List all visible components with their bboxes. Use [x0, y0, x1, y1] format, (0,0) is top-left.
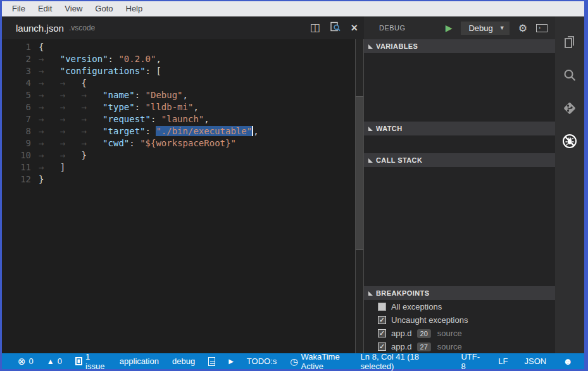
code-line: 10→→}: [2, 149, 355, 161]
debug-console-icon[interactable]: ›: [536, 24, 547, 32]
activity-git-icon[interactable]: [561, 100, 578, 116]
line-number[interactable]: 3: [2, 65, 31, 77]
code-token: "configurations": [60, 66, 146, 76]
line-content: →→{: [31, 77, 87, 89]
activity-files-icon[interactable]: [561, 34, 578, 51]
collapse-arrow-icon: [368, 44, 373, 49]
status-item[interactable]: [204, 353, 220, 369]
status-item-lf[interactable]: LF: [493, 353, 513, 369]
section-header-watch[interactable]: WATCH: [364, 122, 555, 135]
line-number[interactable]: 8: [2, 125, 31, 137]
editor-scrollbar[interactable]: [355, 39, 364, 353]
line-content: →→→"type": "lldb-mi",: [31, 101, 199, 113]
debug-config-dropdown[interactable]: Debug ▼: [461, 22, 509, 35]
tab-whitespace-icon: →: [81, 137, 103, 149]
status-item-utf-8[interactable]: UTF-8: [456, 353, 487, 369]
editor-actions: ◫ ×: [310, 22, 358, 34]
status-text: 1 issue: [85, 352, 106, 371]
line-number[interactable]: 1: [2, 41, 31, 53]
status-text: 0: [29, 356, 34, 366]
line-content: →→→"cwd": "${workspaceRoot}": [31, 137, 236, 149]
activity-debug-icon[interactable]: [561, 133, 578, 149]
line-number-badge: 20: [417, 329, 431, 338]
code-token: {: [81, 78, 86, 88]
status-item-0[interactable]: ⊗0: [13, 353, 38, 369]
line-number[interactable]: 9: [2, 137, 31, 149]
breakpoint-row[interactable]: All exceptions: [364, 300, 555, 313]
breakpoint-row[interactable]: ✓Uncaught exceptions: [364, 313, 555, 327]
code-line: 4→→{: [2, 77, 355, 89]
line-number[interactable]: 10: [2, 149, 31, 161]
breakpoint-checkbox[interactable]: ✓: [378, 329, 386, 337]
preview-icon[interactable]: [330, 22, 341, 34]
status-item-json[interactable]: JSON: [520, 353, 552, 369]
line-number[interactable]: 12: [2, 173, 31, 186]
activity-bar: [555, 16, 584, 353]
line-number[interactable]: 2: [2, 53, 31, 65]
status-text: TODO:s: [247, 356, 277, 366]
status-item-ln-8-col-41-18-selected[interactable]: Ln 8, Col 41 (18 selected): [356, 353, 450, 369]
line-number[interactable]: 7: [2, 113, 31, 125]
line-number[interactable]: 6: [2, 101, 31, 113]
line-content: →→→"request": "launch",: [31, 113, 210, 125]
tab-whitespace-icon: →: [81, 113, 103, 125]
code-token: ,: [193, 102, 198, 112]
menu-item-goto[interactable]: Goto: [89, 1, 119, 16]
play-icon: ▶: [228, 358, 234, 365]
line-content: →→→"target": "./bin/executable",: [31, 125, 259, 137]
start-debug-icon[interactable]: ▶: [446, 23, 453, 32]
breakpoint-label: All exceptions: [391, 302, 442, 311]
code-token: :: [146, 126, 156, 136]
status-bar: ⊗0▲01 issueapplicationdebug▶TODO:s◷WakaT…: [2, 353, 584, 369]
code-token: "Debug": [146, 90, 183, 100]
tab-filename[interactable]: launch.json: [16, 23, 64, 34]
gear-icon[interactable]: ⚙: [518, 22, 527, 34]
status-item-application[interactable]: application: [115, 353, 163, 369]
status-item-1-issue[interactable]: 1 issue: [71, 353, 111, 369]
tab-whitespace-icon: →: [60, 149, 82, 161]
menu-item-file[interactable]: File: [6, 1, 32, 16]
tab-whitespace-icon: →: [60, 113, 82, 125]
menu-item-edit[interactable]: Edit: [32, 1, 58, 16]
line-number[interactable]: 4: [2, 77, 31, 89]
close-icon[interactable]: ×: [351, 23, 358, 33]
status-item[interactable]: ▶: [224, 353, 238, 369]
code-token: ,: [183, 90, 188, 100]
scrollbar-thumb[interactable]: [356, 96, 363, 250]
status-item-todo-s[interactable]: TODO:s: [242, 353, 281, 369]
breakpoint-checkbox[interactable]: ✓: [378, 343, 386, 351]
tab-folder-path: .vscode: [69, 23, 95, 32]
status-text: debug: [172, 356, 195, 366]
code-line: 3→"configurations": [: [2, 65, 355, 77]
editor-title-bar: launch.json .vscode ◫ ×: [2, 16, 364, 39]
breakpoint-label: Uncaught exceptions: [391, 315, 468, 325]
status-item-debug[interactable]: debug: [168, 353, 199, 369]
code-token: "lldb-mi": [146, 102, 194, 112]
status-item[interactable]: ☻: [558, 353, 578, 369]
tab-whitespace-icon: →: [39, 137, 60, 149]
line-content: }: [31, 173, 44, 186]
code-line: 12}: [2, 173, 355, 186]
collapse-arrow-icon: [368, 291, 373, 296]
tab-whitespace-icon: →: [60, 89, 82, 101]
code-line: 11→]: [2, 161, 355, 173]
section-label: VARIABLES: [376, 42, 418, 50]
line-number[interactable]: 11: [2, 161, 31, 173]
section-header-call-stack[interactable]: CALL STACK: [364, 153, 555, 167]
status-item-wakatime-active[interactable]: ◷WakaTime Active: [285, 353, 355, 369]
activity-search-icon[interactable]: [561, 67, 578, 84]
section-header-breakpoints[interactable]: BREAKPOINTS: [364, 286, 555, 300]
breakpoint-row[interactable]: ✓app.d20source: [364, 327, 555, 340]
code-token: ,: [156, 54, 161, 64]
line-number[interactable]: 5: [2, 89, 31, 101]
breakpoint-checkbox[interactable]: ✓: [378, 316, 386, 324]
status-item-0[interactable]: ▲0: [42, 353, 66, 369]
code-editor[interactable]: 1{2→"version": "0.2.0",3→"configurations…: [2, 39, 355, 353]
tab-whitespace-icon: →: [39, 53, 60, 65]
breakpoint-checkbox[interactable]: [378, 303, 386, 311]
menu-item-view[interactable]: View: [58, 1, 89, 16]
code-token: "type": [103, 102, 135, 112]
menu-item-help[interactable]: Help: [120, 1, 149, 16]
section-header-variables[interactable]: VARIABLES: [364, 39, 555, 53]
split-editor-icon[interactable]: ◫: [310, 23, 320, 33]
